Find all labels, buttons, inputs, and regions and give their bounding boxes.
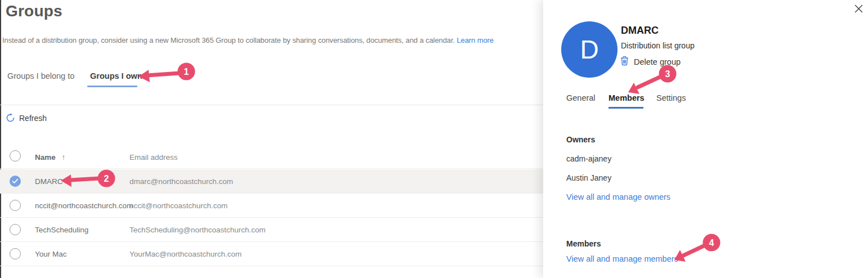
annotation-badge-1: 1 [184,67,189,77]
row-checkbox[interactable] [10,200,21,211]
owner-name: cadm-ajaney [566,154,611,163]
group-name: nccit@northcoastchurch.com [35,201,133,210]
select-all-checkbox[interactable] [10,150,21,162]
row-checkbox[interactable] [10,248,21,259]
sort-ascending-icon: ↑ [62,153,66,162]
column-header-email[interactable]: Email address [129,153,178,162]
close-icon [854,5,863,13]
refresh-icon [6,113,15,123]
group-details-panel: D DMARC Distribution list group Delete g… [543,0,868,278]
owner-name: Austin Janey [566,173,611,182]
panel-tab-general[interactable]: General [566,93,596,102]
group-email: dmarc@northcoastchurch.com [129,177,233,186]
delete-group-label: Delete group [634,57,681,66]
group-name: DMARC [35,177,63,186]
manage-owners-link[interactable]: View all and manage owners [566,192,670,201]
panel-tab-settings[interactable]: Settings [656,93,686,102]
avatar: D [561,21,618,78]
column-name-label: Name [35,153,56,162]
trash-icon [620,56,629,68]
page-description: Instead of a distribution group, conside… [2,36,494,44]
active-tab-underline [87,86,137,87]
learn-more-link[interactable]: Learn more [457,36,493,44]
manage-members-link[interactable]: View all and manage members [566,254,678,263]
close-panel-button[interactable] [851,1,866,16]
members-heading: Members [566,239,601,248]
row-checkbox[interactable] [10,224,21,235]
group-email: TechScheduling@northcoastchurch.com [129,226,266,234]
column-header-name[interactable]: Name ↑ [35,153,65,162]
annotation-arrow-1: 1 [138,63,195,83]
panel-group-title: DMARC [621,25,659,37]
tab-groups-i-own[interactable]: Groups I own [90,71,142,80]
table-header: Name ↑ Email address [0,146,543,169]
description-text: Instead of a distribution group, conside… [2,36,455,44]
panel-tab-members[interactable]: Members [609,93,645,102]
group-name: TechScheduling [35,226,88,234]
tab-groups-i-belong-to[interactable]: Groups I belong to [7,71,74,80]
group-email: YourMac@northcoastchurch.com [129,250,241,258]
row-checkbox-checked[interactable] [10,176,21,187]
group-email: nccit@northcoastchurch.com [129,201,227,210]
refresh-label: Refresh [19,114,47,123]
active-panel-tab-underline [609,107,643,109]
avatar-letter: D [580,34,598,65]
owners-heading: Owners [566,135,595,144]
check-icon [12,178,19,184]
refresh-button[interactable]: Refresh [6,113,47,123]
page-title: Groups [6,2,62,20]
group-name: Your Mac [35,250,67,258]
panel-group-type: Distribution list group [621,41,695,50]
delete-group-button[interactable]: Delete group [620,56,681,68]
